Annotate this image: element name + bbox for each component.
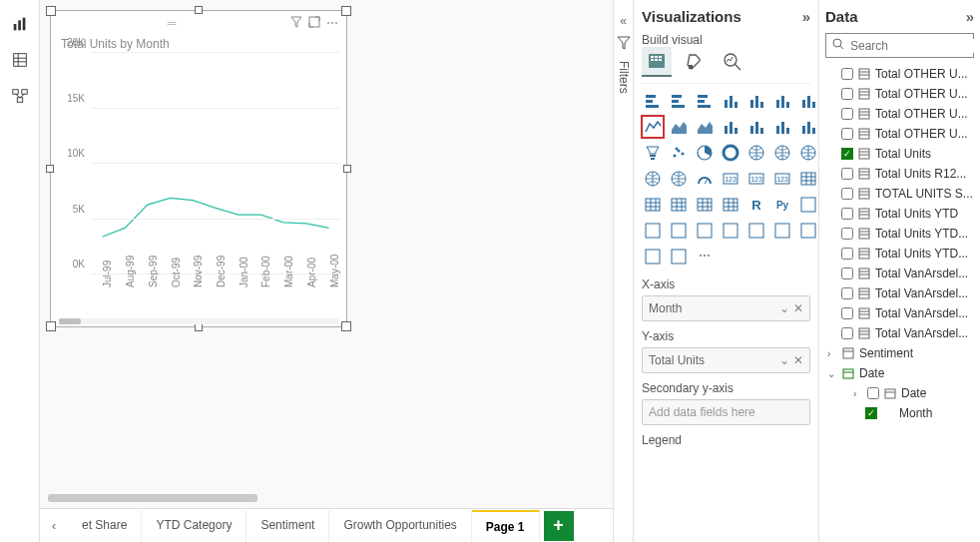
search-input[interactable] — [850, 39, 980, 53]
viz-key-influencers-icon[interactable] — [797, 194, 818, 216]
viz-more-icon[interactable]: ⋯ — [694, 246, 716, 268]
chevron-right-icon[interactable]: › — [853, 388, 863, 399]
selection-handle[interactable] — [46, 6, 56, 16]
selection-handle[interactable] — [341, 6, 351, 16]
viz-smart-narrative-icon[interactable] — [694, 220, 716, 242]
viz-scatter-icon[interactable] — [668, 142, 690, 164]
field-checkbox[interactable] — [841, 168, 853, 180]
data-field[interactable]: Total OTHER U... — [825, 64, 974, 84]
viz-shape-map-icon[interactable] — [668, 168, 690, 190]
viz-kpi-icon[interactable]: 123 — [771, 168, 793, 190]
page-tab[interactable]: YTD Category — [142, 510, 246, 542]
page-tab[interactable]: et Share — [68, 510, 142, 542]
field-checkbox[interactable] — [841, 268, 853, 279]
viz-power-automate-icon[interactable] — [771, 220, 793, 242]
viz-gauge-icon[interactable] — [694, 168, 716, 190]
chart-scrollbar[interactable] — [59, 318, 338, 324]
data-field[interactable]: Total OTHER U... — [825, 104, 974, 124]
field-month[interactable]: ✓Month — [825, 403, 974, 423]
filter-icon[interactable] — [290, 16, 302, 31]
data-field[interactable]: Total VanArsdel... — [825, 323, 974, 343]
canvas-scrollbar[interactable] — [48, 494, 605, 504]
viz-matrix-2-icon[interactable] — [720, 194, 741, 216]
selection-handle[interactable] — [341, 321, 351, 331]
remove-field-icon[interactable]: ✕ — [793, 301, 803, 315]
data-view-icon[interactable] — [6, 46, 34, 74]
table-date[interactable]: ⌄Date — [825, 363, 974, 383]
checkbox-checked-icon[interactable]: ✓ — [841, 148, 853, 160]
filters-pane-collapsed[interactable]: « Filters — [613, 0, 633, 542]
viz-area-icon[interactable] — [668, 116, 690, 138]
viz-treemap-icon[interactable] — [745, 142, 767, 164]
field-checkbox[interactable] — [841, 128, 853, 140]
viz-filled-map-icon[interactable] — [797, 142, 818, 164]
viz-clustered-bar-icon[interactable] — [668, 90, 690, 112]
viz-line-stacked-column-icon[interactable] — [720, 116, 741, 138]
analytics-tab[interactable] — [718, 47, 747, 77]
field-checkbox[interactable] — [867, 387, 879, 399]
viz-donut-icon[interactable] — [720, 142, 741, 164]
field-checkbox[interactable] — [841, 228, 853, 240]
format-visual-tab[interactable] — [680, 47, 710, 77]
checkbox-checked-icon[interactable]: ✓ — [865, 407, 877, 419]
collapse-viz-icon[interactable]: » — [802, 8, 810, 25]
data-field[interactable]: Total VanArsdel... — [825, 283, 974, 303]
chevron-down-icon[interactable]: ⌄ — [827, 368, 837, 379]
tabs-prev-button[interactable]: ‹ — [40, 519, 68, 533]
viz-line-clustered-column-icon[interactable] — [745, 116, 767, 138]
data-field[interactable]: Total VanArsdel... — [825, 264, 974, 283]
field-checkbox[interactable] — [841, 327, 853, 339]
more-options-icon[interactable]: ⋯ — [326, 16, 338, 30]
field-checkbox[interactable] — [841, 68, 853, 80]
viz-stacked-area-icon[interactable] — [694, 116, 716, 138]
data-field[interactable]: Total VanArsdel... — [825, 303, 974, 323]
viz-ribbon-icon[interactable] — [771, 116, 793, 138]
field-checkbox[interactable] — [841, 108, 853, 120]
selection-handle[interactable] — [195, 323, 203, 331]
remove-field-icon[interactable]: ✕ — [793, 353, 803, 367]
data-field[interactable]: Total Units R12... — [825, 164, 974, 184]
build-visual-tab[interactable] — [642, 47, 672, 77]
viz-matrix-icon[interactable] — [668, 194, 690, 216]
viz-slicer-icon[interactable] — [797, 168, 818, 190]
chevron-down-icon[interactable]: ⌄ — [779, 353, 789, 367]
line-chart-visual[interactable]: ═ ⋯ Total Units by Month 0K5K10K15K20K J… — [50, 10, 347, 327]
viz-power-apps-icon[interactable] — [797, 220, 818, 242]
data-field[interactable]: Total Units YTD... — [825, 244, 974, 264]
viz-custom-1-icon[interactable] — [642, 246, 664, 268]
viz-decomposition-icon[interactable] — [642, 220, 664, 242]
viz-stacked-column-icon[interactable] — [745, 90, 767, 112]
data-field[interactable]: TOTAL UNITS S... — [825, 184, 974, 204]
viz-table-2-icon[interactable] — [694, 194, 716, 216]
x-axis-well[interactable]: Month ⌄✕ — [642, 295, 810, 321]
data-field[interactable]: Total OTHER U... — [825, 124, 974, 144]
viz-r-visual-icon[interactable]: R — [745, 194, 767, 216]
collapse-data-icon[interactable]: » — [966, 8, 974, 25]
viz-py-visual-icon[interactable]: Py — [771, 194, 793, 216]
viz-stacked-bar-100-icon[interactable] — [694, 90, 716, 112]
viz-line-icon[interactable] — [642, 116, 664, 138]
selection-handle[interactable] — [46, 321, 56, 331]
chevron-right-icon[interactable]: › — [827, 348, 837, 359]
viz-clustered-column-icon[interactable] — [720, 90, 741, 112]
y-axis-well[interactable]: Total Units ⌄✕ — [642, 347, 810, 373]
focus-mode-icon[interactable] — [308, 16, 320, 31]
viz-metrics-icon[interactable] — [720, 220, 741, 242]
viz-table-icon[interactable] — [642, 194, 664, 216]
data-field[interactable]: Total Units YTD... — [825, 224, 974, 244]
report-view-icon[interactable] — [6, 10, 34, 38]
data-field[interactable]: ✓Total Units — [825, 144, 974, 164]
viz-waterfall-icon[interactable] — [797, 116, 818, 138]
viz-card-icon[interactable]: 123 — [720, 168, 741, 190]
expand-filters-icon[interactable]: « — [620, 14, 627, 28]
viz-funnel-icon[interactable] — [642, 142, 664, 164]
model-view-icon[interactable] — [6, 82, 34, 110]
field-checkbox[interactable] — [841, 188, 853, 200]
data-field[interactable]: Total OTHER U... — [825, 84, 974, 104]
page-tab[interactable]: Growth Opportunities — [329, 510, 471, 542]
hierarchy-date[interactable]: ›Date — [825, 383, 974, 403]
drag-grip-icon[interactable]: ═ — [59, 16, 284, 30]
viz-custom-2-icon[interactable] — [668, 246, 690, 268]
add-page-button[interactable]: + — [544, 511, 574, 541]
secondary-y-axis-well[interactable]: Add data fields here — [642, 399, 810, 425]
